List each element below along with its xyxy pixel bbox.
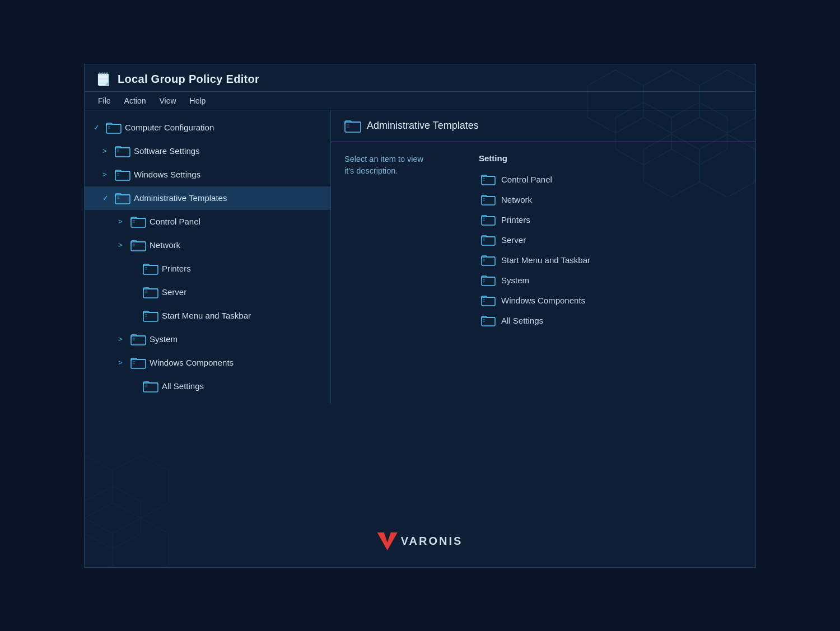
tree-label: System [150,334,178,344]
tree-item-network[interactable]: > Network [85,233,330,257]
svg-marker-11 [113,518,169,567]
folder-icon [106,121,122,134]
chevron-right-icon: > [118,335,127,343]
right-item-label: Printers [501,215,530,225]
tree-item-start-menu[interactable]: > Start Menu and Taskbar [85,304,330,328]
folder-icon [481,255,496,266]
svg-rect-21 [115,195,130,204]
svg-rect-18 [115,171,130,180]
tree-item-system[interactable]: > System [85,328,330,351]
right-list-item-control-panel[interactable]: Control Panel [479,170,742,190]
tree-label: Start Menu and Taskbar [162,311,251,320]
tree-item-computer-config[interactable]: ✓ Computer Configuration [85,116,330,139]
svg-marker-10 [85,518,113,567]
chevron-check-icon: ✓ [102,194,111,202]
folder-icon [481,235,496,246]
tree-label: Windows Settings [134,170,200,179]
tree-label: Software Settings [134,146,200,156]
right-panel: Administrative Templates Select an item … [331,110,755,404]
menu-view[interactable]: View [159,96,176,105]
folder-icon [130,357,146,369]
svg-rect-12 [106,124,121,133]
right-item-label: Start Menu and Taskbar [501,255,590,265]
tree-item-windows-settings[interactable]: > Windows Settings [85,163,330,186]
chevron-right-icon: > [118,358,127,367]
folder-icon [115,169,130,181]
chevron-right-icon: > [118,217,127,226]
tree-label: Printers [162,264,191,273]
svg-marker-75 [377,532,398,550]
folder-icon [481,174,496,185]
folder-icon [143,380,158,392]
folder-icon [481,214,496,226]
chevron-right-icon: > [102,170,111,179]
folder-icon [481,275,496,286]
main-content: ✓ Computer Configuration > Sof [85,110,755,404]
svg-marker-7 [85,455,113,518]
svg-rect-15 [115,148,130,157]
right-list-item-server[interactable]: Server [479,230,742,250]
chevron-check-icon: ✓ [94,123,102,132]
svg-rect-39 [131,336,146,345]
folder-icon [130,333,146,345]
right-list-item-windows-components[interactable]: Windows Components [479,291,742,311]
svg-rect-36 [143,312,158,321]
tree-item-server[interactable]: > Server [85,281,330,304]
tree-item-software-settings[interactable]: > Software Settings [85,139,330,163]
svg-marker-9 [113,455,169,518]
app-window: 🗒️ Local Group Policy Editor File Action… [84,64,756,568]
description-line1: Select an item to view [344,155,423,163]
right-item-label: System [501,275,529,285]
right-panel-body: Select an item to view it's description.… [331,142,755,342]
varonis-logo: VARONIS [377,532,463,550]
right-item-label: Windows Components [501,296,585,305]
tree-label: Administrative Templates [134,193,227,203]
tree-item-admin-templates[interactable]: ✓ Administrative Templates [85,186,330,210]
left-panel: ✓ Computer Configuration > Sof [85,110,331,404]
svg-rect-33 [143,289,158,298]
folder-icon [143,286,158,298]
menu-file[interactable]: File [98,96,111,105]
description-line2: it's description. [344,166,398,175]
app-icon: 🗒️ [96,72,111,87]
title-bar: 🗒️ Local Group Policy Editor [85,64,755,92]
right-list: Setting Control Panel [479,153,742,331]
right-item-label: Network [501,195,532,204]
svg-rect-42 [131,359,146,368]
right-list-item-network[interactable]: Network [479,190,742,210]
varonis-v-icon [377,532,398,550]
right-list-item-system[interactable]: System [479,270,742,291]
folder-icon [143,263,158,275]
tree-label: Network [150,240,180,250]
right-list-header: Setting [479,153,742,163]
right-list-item-all-settings[interactable]: All Settings [479,311,742,331]
right-list-item-printers[interactable]: Printers [479,210,742,230]
tree-label: Computer Configuration [125,123,214,132]
right-item-label: Control Panel [501,175,552,184]
right-description: Select an item to view it's description. [344,153,456,331]
tree-item-control-panel[interactable]: > Control Panel [85,210,330,233]
folder-icon [130,239,146,251]
svg-rect-45 [143,383,158,392]
svg-marker-8 [85,486,141,549]
footer: VARONIS [377,532,463,550]
folder-icon [115,145,130,157]
right-list-item-start-menu[interactable]: Start Menu and Taskbar [479,250,742,270]
tree-item-windows-components[interactable]: > Windows Components [85,351,330,375]
right-item-label: All Settings [501,316,543,325]
folder-icon [115,192,130,204]
right-item-label: Server [501,235,526,245]
chevron-right-icon: > [102,147,111,155]
tree-label: All Settings [162,381,204,391]
tree-item-all-settings[interactable]: > All Settings [85,375,330,398]
folder-icon [130,216,146,228]
svg-rect-24 [131,218,146,227]
folder-icon [481,295,496,306]
tree-label: Windows Components [150,358,234,367]
menu-action[interactable]: Action [124,96,146,105]
tree-item-printers[interactable]: > Printers [85,257,330,281]
folder-icon [344,119,361,133]
folder-icon [481,315,496,326]
menu-help[interactable]: Help [190,96,206,105]
right-panel-header: Administrative Templates [331,110,755,142]
